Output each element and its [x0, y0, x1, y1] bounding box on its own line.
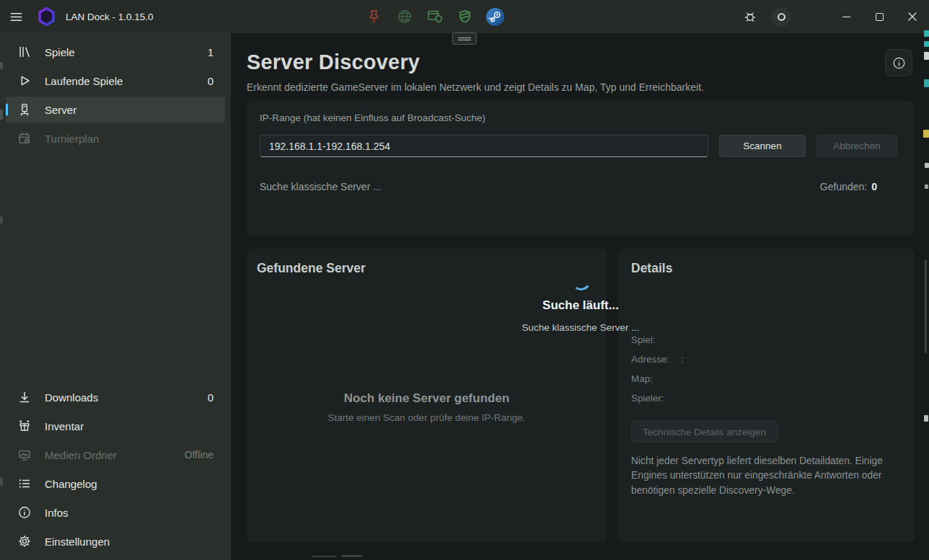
sidebar-item-medien-ordner[interactable]: Medien Ordner Offline: [6, 442, 225, 468]
screen-edge-artifact: [0, 477, 3, 486]
sidebar-item-turnierplan[interactable]: Turnierplan: [6, 125, 225, 151]
technical-details-button[interactable]: Technische Details anzeigen: [631, 421, 778, 443]
pane-drag-handle[interactable]: [452, 32, 477, 45]
scan-status-text: Suche klassische Server ...: [260, 181, 382, 192]
screen-edge-artifact: [0, 216, 3, 223]
sidebar-item-label: Infos: [45, 507, 213, 519]
found-count: 0: [871, 181, 877, 192]
results-panel: Gefundene Server Noch keine Server gefun…: [247, 249, 607, 543]
sidebar-item-label: Spiele: [45, 46, 208, 58]
download-icon: [17, 390, 32, 404]
sidebar-item-inventar[interactable]: Inventar: [6, 413, 225, 439]
close-button[interactable]: [896, 0, 929, 33]
shield-icon[interactable]: [456, 8, 474, 26]
sidebar-item-laufende-spiele[interactable]: Laufende Spiele 0: [6, 68, 225, 94]
play-icon: [17, 74, 32, 88]
screen-edge-artifact: [924, 52, 929, 60]
empty-state-title: Noch keine Server gefunden: [247, 391, 607, 406]
detail-row-spiel: Spiel:: [631, 330, 684, 350]
cancel-button[interactable]: Abbrechen: [816, 135, 897, 157]
titlebar-tray: [365, 0, 504, 33]
page-info-button[interactable]: [885, 49, 912, 76]
sidebar-item-label: Downloads: [45, 391, 208, 404]
ip-range-input[interactable]: [260, 135, 708, 157]
detail-row-map: Map:: [631, 369, 684, 388]
results-panel-title: Gefundene Server: [257, 261, 366, 276]
maximize-button[interactable]: [863, 0, 896, 33]
bug-icon: [742, 9, 758, 25]
detail-label: Map:: [631, 373, 653, 384]
results-empty-state: Noch keine Server gefunden Starte einen …: [247, 391, 607, 423]
sidebar-item-changelog[interactable]: Changelog: [6, 471, 225, 497]
clipped-bottom-fragment: [342, 555, 362, 557]
media-screen-icon: [17, 448, 32, 462]
server-icon: [17, 102, 32, 117]
sidebar-item-label: Turnierplan: [45, 133, 213, 145]
minimize-icon: [842, 17, 850, 17]
maximize-icon: [876, 13, 884, 21]
main-content: Server Discovery Erkennt dedizierte Game…: [231, 33, 929, 560]
sidebar-item-label: Server: [45, 104, 213, 116]
sidebar-item-infos[interactable]: Infos: [6, 499, 225, 525]
calendar-icon: [17, 131, 32, 146]
sidebar-item-spiele[interactable]: Spiele 1: [6, 39, 225, 65]
detail-row-adresse: Adresse: :: [631, 350, 684, 369]
found-label: Gefunden:: [820, 181, 867, 192]
sidebar-item-label: Medien Ordner: [45, 449, 185, 461]
details-panel-title: Details: [631, 261, 672, 276]
detail-row-spieler: Spieler:: [631, 388, 684, 408]
app-logo: [38, 7, 56, 27]
details-fields: Spiel: Adresse: : Map: Spieler:: [631, 330, 684, 408]
titlebar: LAN Dock - 1.0.15.0: [0, 0, 929, 33]
sidebar-item-label: Einstellungen: [45, 535, 213, 548]
sidebar-item-einstellungen[interactable]: Einstellungen: [6, 528, 225, 554]
hamburger-menu-button[interactable]: [0, 0, 32, 33]
hamburger-icon: [9, 10, 23, 24]
list-icon: [17, 476, 32, 491]
close-icon: [908, 12, 917, 21]
detail-value: :: [681, 354, 684, 365]
page-title: Server Discovery: [247, 50, 420, 74]
scan-button[interactable]: Scannen: [719, 135, 806, 157]
target-icon: [772, 7, 791, 27]
sidebar-item-downloads[interactable]: Downloads 0: [6, 384, 225, 410]
sidebar-item-badge: 1: [208, 46, 213, 58]
screen-edge-artifact: [925, 163, 929, 168]
sidebar-item-label: Changelog: [45, 478, 213, 490]
sidebar-item-badge: 0: [208, 391, 213, 404]
sidebar-item-label: Inventar: [45, 420, 213, 432]
minimize-button[interactable]: [829, 0, 863, 33]
screen-edge-artifact: [925, 185, 928, 189]
steam-icon[interactable]: [486, 8, 504, 26]
screen-edge-artifact: [0, 110, 3, 120]
window-shield-icon[interactable]: [426, 8, 444, 26]
debug-button[interactable]: [736, 0, 765, 33]
screen-edge-artifact: [0, 62, 3, 69]
clipped-bottom-fragment: [312, 556, 336, 557]
info-circle-icon: [892, 56, 906, 70]
info-icon: [17, 505, 32, 520]
details-panel: Details Spiel: Adresse: : Map: Spieler: …: [618, 249, 915, 543]
sidebar: Spiele 1 Laufende Spiele 0 Server: [0, 33, 231, 560]
found-counter: Gefunden:0: [820, 181, 877, 192]
target-button[interactable]: [765, 0, 798, 33]
globe-icon[interactable]: [395, 8, 413, 26]
gift-box-icon: [17, 419, 32, 433]
screen-edge-artifact: [924, 79, 929, 87]
library-icon: [17, 45, 32, 59]
window-title: LAN Dock - 1.0.15.0: [66, 12, 154, 22]
pin-icon[interactable]: [365, 8, 383, 26]
scrollbar-thumb[interactable]: [925, 259, 927, 353]
sidebar-item-badge: 0: [208, 75, 213, 87]
page-subtitle: Erkennt dedizierte GameServer im lokalen…: [247, 81, 704, 93]
screen-edge-artifact: [924, 41, 929, 47]
screen-edge-artifact: [924, 30, 929, 37]
details-note: Nicht jeder Servertyp liefert dieselben …: [631, 454, 899, 498]
ip-range-label: IP-Range (hat keinen Einfluss auf Broadc…: [260, 112, 485, 123]
sidebar-item-badge: Offline: [185, 449, 213, 461]
empty-state-hint: Starte einen Scan oder prüfe deine IP-Ra…: [247, 412, 607, 423]
gear-icon: [17, 534, 32, 548]
screen-edge-artifact: [924, 415, 928, 422]
screen-edge-artifact: [923, 130, 929, 138]
sidebar-item-server[interactable]: Server: [6, 97, 225, 123]
